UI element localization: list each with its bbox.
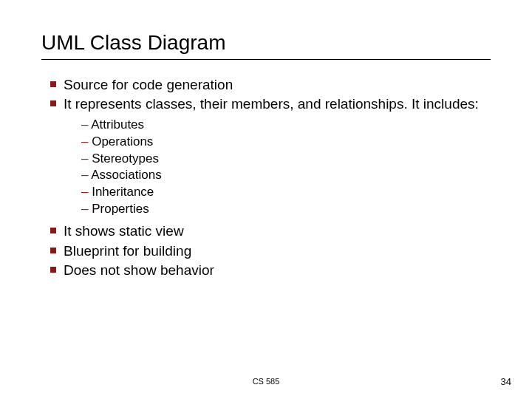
bullet-text: Does not show behavior	[64, 262, 214, 278]
bullet-text: Blueprint for building	[64, 243, 191, 259]
list-item: Does not show behavior	[50, 262, 491, 279]
list-item: Source for code generation	[50, 76, 491, 94]
sub-item: Inheritance	[81, 184, 491, 201]
bullet-text: Source for code generation	[64, 77, 233, 92]
sub-list: Attributes Operations Stereotypes Associ…	[64, 117, 491, 219]
list-item: It represents classes, their members, an…	[50, 95, 491, 218]
bullet-list: Source for code generation It represents…	[41, 76, 491, 279]
slide-title: UML Class Diagram	[41, 31, 491, 60]
sub-item: Stereotypes	[81, 151, 491, 168]
sub-item: Properties	[81, 201, 491, 218]
sub-item: Operations	[81, 134, 491, 151]
sub-item: Attributes	[81, 117, 491, 134]
page-number: 34	[501, 376, 511, 387]
sub-item: Associations	[81, 167, 491, 184]
bullet-text: It shows static view	[64, 223, 184, 239]
footer-course: CS 585	[0, 377, 532, 386]
list-item: Blueprint for building	[50, 242, 491, 260]
bullet-text: It represents classes, their members, an…	[64, 96, 479, 112]
list-item: It shows static view	[50, 222, 491, 240]
